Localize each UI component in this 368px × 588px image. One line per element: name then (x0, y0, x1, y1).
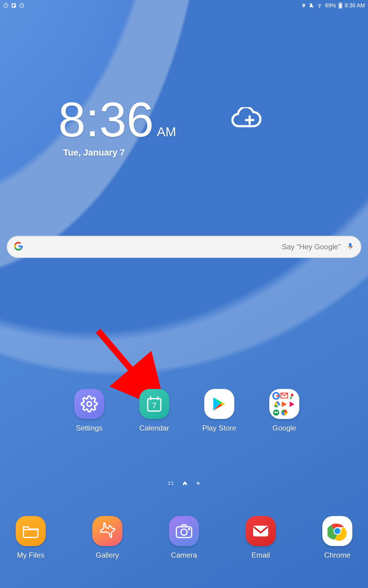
app-email[interactable]: Email (243, 516, 278, 560)
sync-icon (19, 3, 25, 8)
svg-text:7: 7 (152, 401, 156, 410)
google-search-bar[interactable]: Say "Hey Google" (7, 236, 361, 258)
google-folder-icon (269, 389, 299, 419)
svg-rect-26 (171, 482, 173, 483)
clock-widget[interactable]: 8:36 AM Tue, January 7 (58, 95, 176, 158)
svg-point-20 (291, 394, 293, 396)
app-label: Google (272, 424, 296, 432)
app-camera[interactable]: Camera (167, 516, 201, 560)
svg-rect-25 (168, 484, 170, 485)
calendar-icon: 7 (139, 389, 169, 419)
dock: My Files Gallery Camera Email Chrome (13, 516, 355, 560)
home-page-indicator[interactable] (168, 481, 200, 486)
app-play-store[interactable]: Play Store (202, 389, 236, 432)
clock-ampm: AM (157, 126, 176, 138)
search-hint: Say "Hey Google" (282, 243, 341, 251)
app-label: Camera (171, 551, 197, 560)
files-icon (16, 516, 46, 546)
svg-point-29 (181, 529, 187, 535)
mute-icon (309, 3, 314, 8)
svg-point-34 (334, 528, 340, 534)
svg-rect-2 (13, 4, 14, 7)
svg-point-30 (189, 529, 190, 530)
status-bar[interactable]: 89% 8:36 AM (0, 0, 368, 11)
pager-dot (197, 482, 200, 485)
app-label: Gallery (96, 551, 119, 560)
play-store-icon (204, 389, 234, 419)
battery-icon (339, 2, 342, 9)
svg-rect-27 (171, 484, 173, 485)
weather-widget[interactable] (227, 107, 264, 133)
app-label: My Files (17, 551, 44, 560)
app-gallery[interactable]: Gallery (90, 516, 125, 560)
clock-time: 8:36 (58, 95, 154, 144)
settings-icon (74, 389, 104, 419)
status-time: 8:36 AM (345, 2, 365, 9)
svg-rect-8 (340, 2, 341, 3)
email-icon (246, 516, 276, 546)
home-app-row: Settings 7 Calendar Play Store (67, 389, 301, 432)
app-google-folder[interactable]: Google (267, 389, 301, 432)
pager-apps-icon (168, 481, 173, 485)
google-g-icon (14, 242, 23, 252)
app-label: Play Store (202, 424, 236, 432)
svg-line-12 (98, 331, 150, 392)
app-chrome[interactable]: Chrome (320, 516, 355, 560)
app-label: Email (251, 551, 270, 560)
clock-date: Tue, January 7 (58, 148, 176, 158)
svg-point-13 (87, 402, 92, 406)
svg-point-6 (319, 7, 320, 7)
svg-rect-23 (276, 412, 278, 413)
svg-rect-22 (274, 412, 276, 413)
app-label: Calendar (139, 424, 169, 432)
battery-percent: 89% (325, 2, 336, 9)
svg-rect-3 (14, 4, 15, 6)
app-label: Chrome (324, 551, 350, 560)
app-my-files[interactable]: My Files (13, 516, 48, 560)
location-icon (301, 3, 306, 8)
pager-home-icon (182, 481, 187, 486)
cloud-add-icon (227, 107, 264, 132)
mic-icon[interactable] (346, 242, 354, 252)
camera-icon (169, 516, 199, 546)
app-label: Settings (76, 424, 103, 432)
flipboard-icon (11, 3, 17, 8)
svg-rect-9 (339, 4, 341, 8)
gallery-icon (92, 516, 122, 546)
svg-rect-24 (168, 482, 170, 483)
sync-icon (3, 3, 9, 8)
app-calendar[interactable]: 7 Calendar (137, 389, 171, 432)
svg-point-21 (273, 409, 279, 416)
app-settings[interactable]: Settings (72, 389, 106, 432)
chrome-icon (322, 516, 352, 546)
wifi-icon (316, 3, 323, 8)
